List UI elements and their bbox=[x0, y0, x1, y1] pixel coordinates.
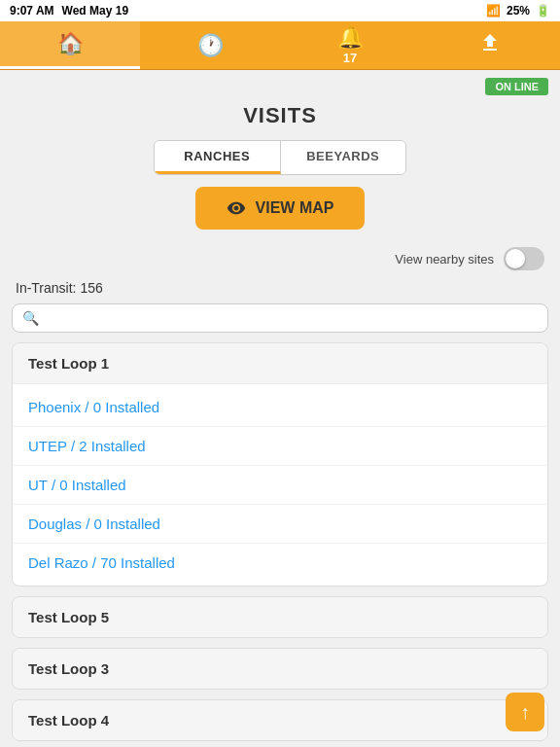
battery-level: 25% bbox=[507, 4, 530, 18]
tabs-container: RANCHES BEEYARDS bbox=[154, 140, 406, 175]
nav-bar: 🏠 🕐 🔔 17 bbox=[0, 21, 560, 70]
page-title: VISITS bbox=[0, 103, 560, 128]
toolbar-row: View nearby sites bbox=[0, 241, 560, 276]
nearby-sites-label: View nearby sites bbox=[395, 252, 494, 267]
online-badge-container: ON LINE bbox=[0, 70, 560, 99]
nav-home[interactable]: 🏠 bbox=[0, 21, 140, 69]
loop-header-loop5[interactable]: Test Loop 5 bbox=[13, 597, 547, 637]
loop-group-loop4: Test Loop 4 bbox=[12, 699, 548, 741]
content-scroll: Test Loop 1Phoenix / 0 InstalledUTEP / 2… bbox=[0, 342, 560, 747]
eye-icon bbox=[227, 198, 246, 218]
export-icon bbox=[478, 31, 502, 60]
loop-item-utep[interactable]: UTEP / 2 Installed bbox=[13, 427, 547, 466]
nav-export[interactable] bbox=[420, 21, 560, 69]
arrow-up-icon: ↑ bbox=[520, 701, 530, 724]
loop-group-loop1: Test Loop 1Phoenix / 0 InstalledUTEP / 2… bbox=[12, 342, 548, 587]
nearby-sites-toggle[interactable] bbox=[504, 247, 544, 270]
loop-item-phoenix[interactable]: Phoenix / 0 Installed bbox=[13, 388, 547, 427]
search-icon: 🔍 bbox=[22, 310, 39, 326]
intransit-count: 156 bbox=[80, 280, 102, 296]
toggle-knob bbox=[506, 249, 525, 268]
bell-icon: 🔔 bbox=[337, 25, 364, 51]
online-badge: ON LINE bbox=[485, 78, 548, 95]
back-to-top-button[interactable]: ↑ bbox=[506, 693, 544, 731]
status-date: Wed May 19 bbox=[62, 4, 128, 18]
tab-beeyards[interactable]: BEEYARDS bbox=[281, 141, 406, 174]
status-bar: 9:07 AM Wed May 19 📶 25% 🔋 bbox=[0, 0, 560, 21]
view-map-btn-container: VIEW MAP bbox=[0, 187, 560, 230]
view-map-label: VIEW MAP bbox=[256, 199, 334, 217]
battery-icon: 🔋 bbox=[536, 4, 550, 18]
wifi-icon: 📶 bbox=[486, 4, 501, 18]
loop-group-loop3: Test Loop 3 bbox=[12, 648, 548, 690]
loop-header-loop3[interactable]: Test Loop 3 bbox=[13, 649, 547, 689]
alerts-badge: 17 bbox=[343, 51, 357, 65]
history-icon: 🕐 bbox=[197, 33, 224, 58]
search-input[interactable] bbox=[45, 310, 538, 326]
nav-alerts[interactable]: 🔔 17 bbox=[280, 21, 420, 69]
home-icon: 🏠 bbox=[57, 31, 84, 56]
loop-item-douglas[interactable]: Douglas / 0 Installed bbox=[13, 505, 547, 544]
tab-ranches[interactable]: RANCHES bbox=[155, 141, 281, 174]
search-container: 🔍 bbox=[12, 303, 548, 333]
nav-history[interactable]: 🕐 bbox=[140, 21, 280, 69]
loop-header-loop4[interactable]: Test Loop 4 bbox=[13, 700, 547, 740]
loop-group-loop5: Test Loop 5 bbox=[12, 596, 548, 638]
view-map-button[interactable]: VIEW MAP bbox=[195, 187, 366, 230]
loop-header-loop1[interactable]: Test Loop 1 bbox=[13, 343, 547, 384]
loop-item-delrazo[interactable]: Del Razo / 70 Installed bbox=[13, 544, 547, 582]
intransit-label: In-Transit: bbox=[16, 280, 77, 296]
loop-item-ut[interactable]: UT / 0 Installed bbox=[13, 466, 547, 505]
intransit-row: In-Transit: 156 bbox=[0, 276, 560, 303]
status-time: 9:07 AM bbox=[10, 4, 54, 18]
